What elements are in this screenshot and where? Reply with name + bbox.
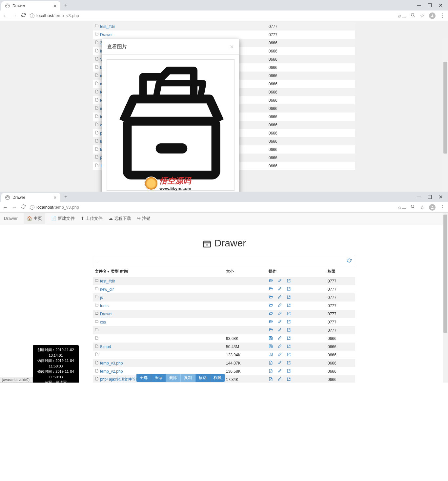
new-tab-button[interactable]: + xyxy=(64,2,67,8)
user-avatar[interactable] xyxy=(429,204,436,211)
op-external-icon[interactable] xyxy=(287,377,291,382)
maximize-icon[interactable]: ☐ xyxy=(427,2,432,9)
op-external-icon[interactable] xyxy=(287,311,291,317)
op-primary-icon[interactable] xyxy=(269,344,273,349)
file-link[interactable]: Drawer xyxy=(100,32,113,37)
key-icon[interactable]: ⌕⚊ xyxy=(398,204,406,210)
op-external-icon[interactable] xyxy=(287,369,291,374)
th-size[interactable]: 大小 xyxy=(224,266,267,277)
op-external-icon[interactable] xyxy=(287,295,291,300)
forward-button[interactable]: → xyxy=(12,13,17,19)
menu-icon[interactable]: ⋮ xyxy=(440,12,445,19)
scrollbar-thumb[interactable] xyxy=(443,215,447,333)
op-primary-icon[interactable] xyxy=(269,352,273,358)
file-link[interactable]: fonts xyxy=(100,303,109,308)
action-compress[interactable]: 压缩 xyxy=(151,374,166,382)
vertical-scrollbar-2[interactable] xyxy=(443,213,448,383)
tab-close-icon[interactable]: × xyxy=(54,3,56,9)
op-edit-icon[interactable] xyxy=(277,352,282,358)
op-edit-icon[interactable] xyxy=(277,303,282,308)
op-external-icon[interactable] xyxy=(287,279,291,284)
th-perm[interactable]: 权限 xyxy=(326,266,355,277)
op-edit-icon[interactable] xyxy=(277,279,282,284)
zoom-icon[interactable] xyxy=(411,204,415,210)
op-external-icon[interactable] xyxy=(287,320,291,325)
back-button[interactable]: ← xyxy=(3,13,8,19)
nav-upload[interactable]: ⬆ 上传文件 xyxy=(81,216,103,221)
op-edit-icon[interactable] xyxy=(277,344,282,349)
op-primary-icon[interactable] xyxy=(269,336,273,341)
nav-logout[interactable]: ↪ 注销 xyxy=(137,216,151,221)
browser-tab-2[interactable]: Drawer × xyxy=(1,193,60,202)
star-icon[interactable]: ☆ xyxy=(420,204,424,210)
close-icon[interactable]: ✕ xyxy=(438,194,443,200)
refresh-icon[interactable] xyxy=(347,258,352,264)
op-external-icon[interactable] xyxy=(287,352,291,358)
key-icon[interactable]: ⌕⚊ xyxy=(398,12,406,19)
vertical-scrollbar[interactable] xyxy=(443,39,448,192)
file-link[interactable]: 8.mp4 xyxy=(100,345,111,349)
nav-remote[interactable]: ☁ 远程下载 xyxy=(109,216,131,221)
modal-close-button[interactable]: × xyxy=(230,43,234,51)
op-edit-icon[interactable] xyxy=(277,287,282,292)
maximize-icon[interactable]: ☐ xyxy=(427,194,432,200)
op-primary-icon[interactable] xyxy=(269,279,273,284)
op-primary-icon[interactable] xyxy=(269,369,273,374)
file-link[interactable]: temp_v2.php xyxy=(100,369,123,374)
action-delete[interactable]: 删除 xyxy=(166,374,181,382)
op-edit-icon[interactable] xyxy=(277,369,282,374)
op-primary-icon[interactable] xyxy=(269,287,273,292)
minimize-icon[interactable]: ─ xyxy=(417,2,421,9)
url-field-2[interactable]: i localhost /temp_v3.php xyxy=(30,205,394,210)
file-link[interactable]: Drawer xyxy=(100,312,113,316)
url-field[interactable]: i localhost /temp_v3.php xyxy=(30,13,394,18)
file-link[interactable]: js xyxy=(100,295,103,300)
tab-close-icon[interactable]: × xyxy=(54,195,56,200)
zoom-icon[interactable] xyxy=(411,13,415,19)
op-primary-icon[interactable] xyxy=(269,303,273,308)
op-primary-icon[interactable] xyxy=(269,361,273,366)
minimize-icon[interactable]: ─ xyxy=(417,194,421,200)
op-primary-icon[interactable] xyxy=(269,311,273,317)
nav-home[interactable]: 🏠 主页 xyxy=(24,213,45,224)
th-ops[interactable]: 操作 xyxy=(267,266,326,277)
op-external-icon[interactable] xyxy=(287,336,291,341)
op-primary-icon[interactable] xyxy=(269,320,273,325)
browser-tab[interactable]: Drawer × xyxy=(1,1,60,10)
reload-button[interactable] xyxy=(21,204,26,210)
site-info-icon[interactable]: i xyxy=(30,13,34,18)
menu-icon[interactable]: ⋮ xyxy=(440,204,445,210)
user-avatar[interactable] xyxy=(429,12,436,19)
op-external-icon[interactable] xyxy=(287,303,291,308)
op-external-icon[interactable] xyxy=(287,361,291,366)
op-external-icon[interactable] xyxy=(287,328,291,333)
file-link[interactable]: test_#dir xyxy=(100,24,115,29)
file-link[interactable]: css xyxy=(100,320,106,324)
op-edit-icon[interactable] xyxy=(277,320,282,325)
new-tab-button-2[interactable]: + xyxy=(64,194,67,200)
op-external-icon[interactable] xyxy=(287,287,291,292)
op-external-icon[interactable] xyxy=(287,344,291,349)
close-icon[interactable]: ✕ xyxy=(438,2,443,9)
file-link[interactable]: new_dir xyxy=(100,287,114,292)
op-edit-icon[interactable] xyxy=(277,361,282,366)
file-link[interactable]: test_#dir xyxy=(100,279,115,283)
op-primary-icon[interactable] xyxy=(269,328,273,333)
op-primary-icon[interactable] xyxy=(269,377,273,382)
action-copy[interactable]: 复制 xyxy=(181,374,195,382)
star-icon[interactable]: ☆ xyxy=(420,12,424,19)
back-button[interactable]: ← xyxy=(3,204,8,210)
forward-button[interactable]: → xyxy=(12,204,17,210)
reload-button[interactable] xyxy=(21,12,26,19)
op-edit-icon[interactable] xyxy=(277,336,282,341)
action-select-all[interactable]: 全选 xyxy=(136,374,151,382)
op-edit-icon[interactable] xyxy=(277,311,282,317)
op-edit-icon[interactable] xyxy=(277,295,282,300)
action-perm[interactable]: 权限 xyxy=(210,374,225,382)
op-primary-icon[interactable] xyxy=(269,295,273,300)
file-link[interactable]: temp_v3.php xyxy=(100,361,123,366)
action-move[interactable]: 移动 xyxy=(195,374,210,382)
th-name[interactable]: 文件名▼ 类型 时间 xyxy=(93,266,224,277)
op-edit-icon[interactable] xyxy=(277,377,282,382)
nav-newfile[interactable]: 📄 新建文件 xyxy=(51,216,75,221)
